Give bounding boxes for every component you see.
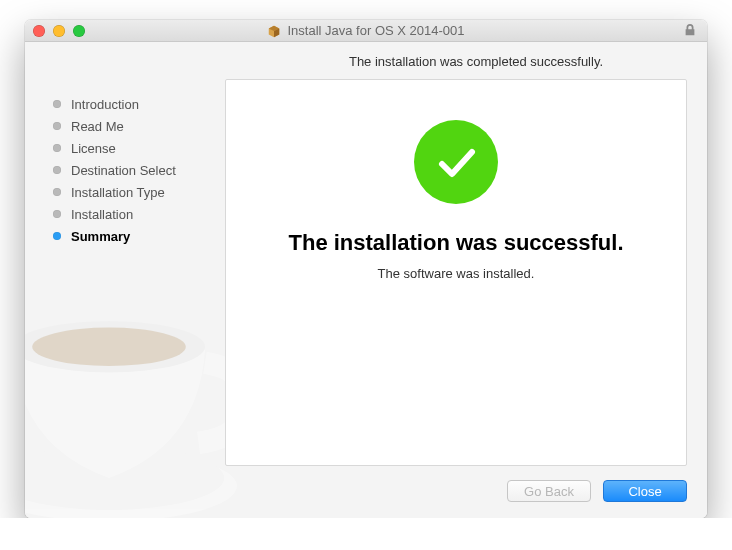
lock-icon: [683, 23, 697, 37]
sidebar-item-installation: Installation: [53, 203, 225, 225]
sidebar-item-license: License: [53, 137, 225, 159]
sidebar-item-summary: Summary: [53, 225, 225, 247]
go-back-button: Go Back: [507, 480, 591, 502]
titlebar: Install Java for OS X 2014-001: [25, 20, 707, 42]
step-dot-icon: [53, 122, 61, 130]
window-controls: [33, 25, 85, 37]
title-wrap: Install Java for OS X 2014-001: [25, 20, 707, 41]
sidebar-item-label: Installation: [71, 207, 133, 222]
window-title: Install Java for OS X 2014-001: [287, 23, 464, 38]
step-dot-icon: [53, 166, 61, 174]
package-icon: [267, 24, 281, 38]
panel-title: The installation was successful.: [289, 230, 624, 256]
sidebar-item-label: License: [71, 141, 116, 156]
sidebar-item-destination-select: Destination Select: [53, 159, 225, 181]
sidebar-item-label: Installation Type: [71, 185, 165, 200]
step-dot-icon: [53, 100, 61, 108]
sidebar-item-label: Introduction: [71, 97, 139, 112]
sidebar-item-introduction: Introduction: [53, 93, 225, 115]
step-dot-icon: [53, 144, 61, 152]
sidebar-item-read-me: Read Me: [53, 115, 225, 137]
body: The installation was completed successfu…: [25, 42, 707, 518]
step-dot-icon: [53, 210, 61, 218]
panel-subtext: The software was installed.: [378, 266, 535, 281]
close-button[interactable]: Close: [603, 480, 687, 502]
sidebar-item-installation-type: Installation Type: [53, 181, 225, 203]
sidebar-item-label: Read Me: [71, 119, 124, 134]
close-window-button[interactable]: [33, 25, 45, 37]
step-dot-icon: [53, 232, 61, 240]
step-dot-icon: [53, 188, 61, 196]
sidebar: Introduction Read Me License Destination…: [25, 79, 225, 466]
minimize-window-button[interactable]: [53, 25, 65, 37]
footer: Go Back Close: [25, 480, 707, 518]
summary-panel: The installation was successful. The sof…: [225, 79, 687, 466]
sidebar-item-label: Destination Select: [71, 163, 176, 178]
sidebar-item-label: Summary: [71, 229, 130, 244]
content-row: Introduction Read Me License Destination…: [25, 79, 707, 480]
zoom-window-button[interactable]: [73, 25, 85, 37]
subtitle: The installation was completed successfu…: [25, 42, 707, 79]
installer-window: Install Java for OS X 2014-001 The insta…: [25, 20, 707, 518]
success-check-icon: [414, 120, 498, 204]
